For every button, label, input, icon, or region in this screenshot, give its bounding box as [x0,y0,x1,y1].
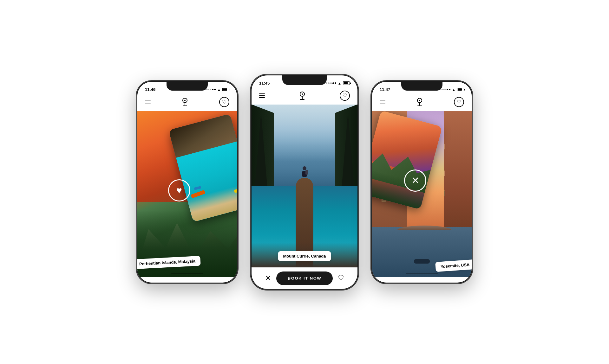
screen-right: ✕ Yosemite, USA [372,111,472,277]
location-text-left: Perhentian Islands, Malaysia [139,259,196,266]
nav-bar-left: ♡ [137,96,237,111]
battery-icon-center [343,81,350,85]
bg-center [252,105,357,267]
signal-icon-right [440,89,450,90]
location-label-center: Mount Currie, Canada [278,251,331,261]
favorite-button-center[interactable]: ♡ [340,91,350,101]
person-head [303,166,306,170]
person-body [302,171,307,177]
logo-pin-left [182,98,187,106]
heart-icon-indicator-left: ♥ [176,185,182,196]
menu-icon-left[interactable] [145,100,151,104]
battery-icon-left [222,88,229,91]
person-center [301,166,308,178]
logo-pin-center [300,92,305,100]
x-icon-indicator-right: ✕ [411,175,419,186]
status-icons-left: ▲ [205,88,229,92]
phone-left: 11:46 ▲ [136,81,238,284]
wifi-icon-left: ▲ [217,88,221,92]
boat-canal [414,259,430,264]
screen-center: Mount Currie, Canada [252,105,357,267]
nav-bar-right: ♡ [372,96,472,111]
like-indicator-left: ♥ [168,179,190,201]
time-left: 11:46 [145,87,155,92]
menu-icon-right[interactable] [380,100,385,104]
home-indicator-center [289,279,320,280]
heart-icon-center: ♡ [343,93,347,99]
status-icons-center: ▲ [326,81,350,85]
signal-icon-center [326,82,336,84]
wifi-icon-center: ▲ [338,81,341,85]
phones-container: 11:46 ▲ [124,62,485,303]
nav-bar-center: ♡ [252,89,357,105]
phone-center: 11:45 ▲ [251,74,358,290]
bottom-bar-center [252,273,357,289]
home-indicator-left [171,273,203,274]
time-center: 11:45 [259,81,270,86]
favorite-button-right[interactable]: ♡ [454,97,464,107]
status-icons-right: ▲ [440,88,464,92]
time-right: 11:47 [380,87,390,92]
notch-center [282,75,327,85]
heart-icon-right: ♡ [457,99,461,105]
signal-icon-left [205,89,216,90]
menu-icon-center[interactable] [259,93,265,98]
backpack [305,170,308,175]
notch-left [167,82,208,91]
home-indicator-right [406,273,438,274]
bottom-bar-left [137,267,237,283]
favorite-button-left[interactable]: ♡ [219,97,229,107]
notch-right [401,82,442,91]
logo-pin-right [417,98,422,106]
location-text-center: Mount Currie, Canada [283,254,326,259]
phone-right: 11:47 ▲ [371,81,473,284]
bottom-bar-right [372,267,472,283]
heart-icon-left: ♡ [222,99,226,105]
battery-icon-right [457,88,464,91]
wifi-icon-right: ▲ [452,88,455,92]
screen-left: ♥ Perhentian Islands, Malaysia [137,111,237,277]
dislike-indicator-right: ✕ [404,169,426,192]
